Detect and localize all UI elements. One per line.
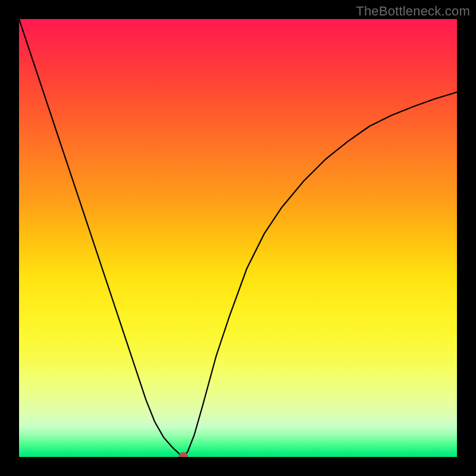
curve-svg [19, 19, 457, 457]
plot-area [19, 19, 457, 457]
watermark-label: TheBottleneck.com [356, 4, 470, 19]
bottleneck-curve [19, 19, 457, 457]
chart-container: TheBottleneck.com [0, 0, 476, 476]
